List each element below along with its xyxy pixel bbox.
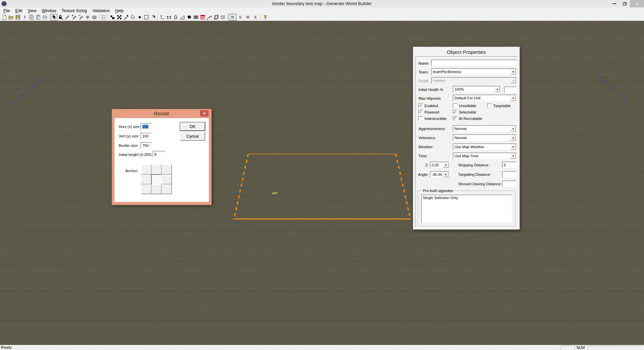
compass-west-button[interactable]: W	[244, 14, 252, 21]
initial-health-combo[interactable]: 100% ▼	[453, 86, 501, 93]
fence-tool-icon[interactable]	[193, 14, 199, 21]
checkbox-selectable[interactable]: ✓Selectable	[453, 110, 476, 114]
copy-icon[interactable]	[28, 14, 35, 21]
name-field[interactable]	[431, 60, 517, 66]
checkbox-box[interactable]	[453, 103, 457, 108]
menu-file[interactable]: File	[1, 8, 12, 13]
eyedropper-icon[interactable]	[123, 14, 129, 21]
feather-edge-icon[interactable]	[150, 14, 156, 21]
horz-size-field[interactable]: 100	[141, 123, 152, 130]
mound-icon[interactable]	[91, 14, 98, 21]
menu-help[interactable]: Help	[113, 8, 126, 13]
chevron-down-icon[interactable]: ▼	[510, 95, 516, 101]
compass-south-button[interactable]: S	[236, 14, 244, 21]
anchor-top-center[interactable]	[151, 165, 162, 174]
chevron-down-icon[interactable]: ▼	[510, 153, 516, 159]
title-bar[interactable]: border boundary test.map - Generals Worl…	[0, 0, 644, 7]
water-waves-icon[interactable]	[100, 14, 107, 21]
border-size-field[interactable]: 750	[141, 142, 152, 149]
checkbox-ai-recruitable[interactable]: ✓AI Recruitable	[453, 116, 482, 121]
menu-view[interactable]: View	[25, 8, 39, 13]
checkbox-targetable[interactable]: Targetable	[487, 103, 510, 108]
initial-height-field[interactable]: 8	[153, 151, 166, 158]
z-combo[interactable]: 0.00 ▼	[430, 162, 449, 168]
anchor-top-right[interactable]	[162, 165, 172, 174]
menu-validation[interactable]: Validation	[90, 8, 113, 13]
waypoint-tool-icon[interactable]	[206, 14, 213, 21]
checkbox-indestructible[interactable]: Indestructible	[418, 116, 446, 121]
checkbox-unsellable[interactable]: Unsellable	[453, 103, 476, 108]
list-item[interactable]: Single Selection Only	[421, 195, 512, 200]
polygon-tool-icon[interactable]	[213, 14, 219, 21]
cut-icon[interactable]: ✂	[21, 14, 28, 21]
anchor-top-left[interactable]	[141, 165, 151, 174]
menu-edit[interactable]: Edit	[12, 8, 25, 13]
team-combo[interactable]: teamPlyrAmerica ▼	[431, 68, 517, 75]
chevron-down-icon[interactable]: ▼	[443, 162, 448, 168]
airbrush-icon[interactable]	[84, 14, 91, 21]
brush-add-icon[interactable]	[71, 14, 78, 21]
close-button[interactable]: ×	[630, 0, 644, 7]
veterancy-combo[interactable]: Normal ▼	[453, 134, 517, 141]
chevron-down-icon[interactable]: ▼	[510, 135, 516, 140]
brush-icon[interactable]	[64, 14, 71, 21]
menu-texture-sizing[interactable]: Texture Sizing	[59, 8, 90, 13]
anchor-bottom-right[interactable]	[162, 184, 172, 194]
chevron-down-icon[interactable]: ▼	[510, 144, 516, 150]
anchor-bottom-left[interactable]	[141, 184, 151, 194]
paste-icon[interactable]	[35, 14, 41, 21]
chevron-down-icon[interactable]: ▼	[510, 69, 516, 74]
open-icon[interactable]	[8, 14, 14, 21]
targetting-distance-field[interactable]	[502, 171, 517, 178]
initial-health-custom-field[interactable]	[504, 87, 517, 93]
restore-button[interactable]	[620, 0, 630, 7]
menu-window[interactable]: Window	[39, 8, 59, 13]
help-icon[interactable]: ?	[262, 14, 269, 21]
resize-dialog-title[interactable]: Resize	[112, 110, 211, 116]
compass-north-button[interactable]: N	[229, 14, 236, 21]
build-list-icon[interactable]	[199, 14, 206, 21]
new-icon[interactable]	[1, 14, 8, 21]
max-hitpoints-combo[interactable]: Default For Unit ▼	[453, 95, 517, 101]
checkbox-box[interactable]: ✓	[453, 116, 457, 121]
weather-combo[interactable]: Use Map Weather ▼	[453, 144, 517, 150]
object-properties-title[interactable]: Object Properties	[413, 49, 520, 55]
outline-square-brush-icon[interactable]	[143, 14, 150, 21]
filled-square-brush-icon[interactable]: ■	[136, 14, 143, 21]
tile-tool-icon[interactable]	[109, 14, 116, 21]
checkbox-box[interactable]	[487, 103, 492, 108]
angle-combo[interactable]: -45.00 ▼	[430, 171, 449, 178]
ok-button[interactable]: OK	[180, 122, 205, 131]
checkbox-powered[interactable]: ✓Powered	[418, 110, 439, 114]
prebuilt-upgrades-list[interactable]: Single Selection Only	[421, 195, 512, 223]
grove-tool-icon[interactable]	[172, 14, 179, 21]
anchor-middle-left[interactable]	[141, 174, 151, 184]
flood-fill-icon[interactable]	[129, 14, 136, 21]
time-combo[interactable]: Use Map Time ▼	[453, 153, 517, 159]
shroud-clearing-distance-field[interactable]	[502, 181, 517, 187]
aggressiveness-combo[interactable]: Normal ▼	[453, 125, 517, 132]
brush-subtract-icon[interactable]	[78, 14, 84, 21]
compass-east-button[interactable]: E	[252, 14, 260, 21]
print-icon[interactable]	[41, 14, 48, 21]
blend-tile-icon[interactable]	[116, 14, 123, 21]
checkbox-box[interactable]: ✓	[418, 110, 423, 114]
anchor-bottom-center[interactable]	[151, 184, 162, 194]
save-icon[interactable]	[14, 14, 21, 21]
place-object-icon[interactable]	[186, 14, 193, 21]
road-tool-icon[interactable]	[166, 14, 172, 21]
checkbox-box[interactable]	[418, 116, 423, 121]
chevron-down-icon[interactable]: ▼	[443, 172, 448, 177]
lock-selection-icon[interactable]	[57, 14, 64, 21]
chevron-down-icon[interactable]: ▼	[510, 126, 516, 131]
anchor-middle-right[interactable]	[162, 174, 172, 184]
checkbox-box[interactable]: ✓	[453, 110, 457, 114]
pointer-tool-icon[interactable]	[51, 14, 57, 21]
checkbox-enabled[interactable]: ✓Enabled	[418, 103, 438, 108]
stopping-distance-field[interactable]: 0	[502, 162, 517, 168]
resize-close-button[interactable]: ×	[200, 110, 209, 117]
move-object-icon[interactable]	[159, 14, 166, 21]
border-tool-icon[interactable]: BORDER	[219, 14, 226, 21]
vert-size-field[interactable]: 100	[141, 133, 152, 139]
cancel-button[interactable]: Cancel	[180, 132, 205, 140]
